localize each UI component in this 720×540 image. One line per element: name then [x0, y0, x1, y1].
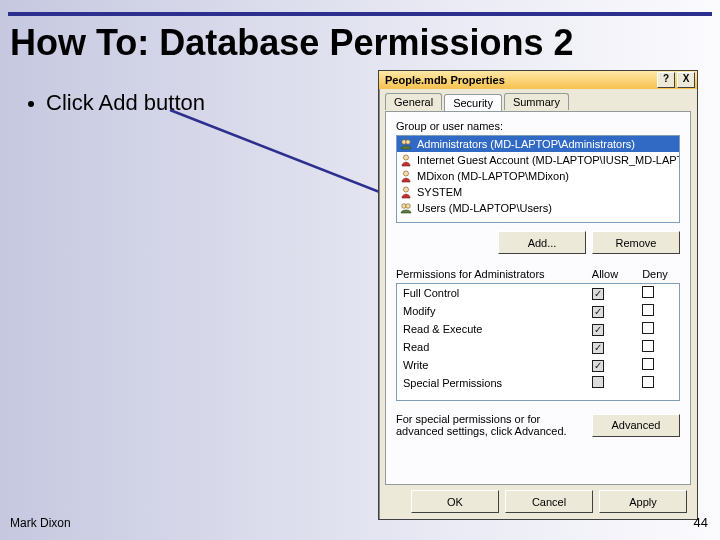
checkbox[interactable]: ✓ [592, 288, 604, 300]
deny-cell [623, 322, 673, 336]
allow-cell [573, 376, 623, 390]
help-button[interactable]: ? [657, 72, 675, 88]
footer-author: Mark Dixon [10, 516, 71, 530]
permission-row: Full Control✓ [397, 284, 679, 302]
checkbox[interactable] [642, 304, 654, 316]
list-item[interactable]: Users (MD-LAPTOP\Users) [397, 200, 679, 216]
permissions-list: Full Control✓Modify✓Read & Execute✓Read✓… [396, 283, 680, 401]
checkbox[interactable]: ✓ [592, 306, 604, 318]
svg-point-4 [403, 171, 408, 176]
deny-column-header: Deny [630, 268, 680, 280]
checkbox[interactable] [642, 322, 654, 334]
checkbox[interactable] [642, 376, 654, 388]
permissions-header: Permissions for Administrators Allow Den… [396, 268, 680, 280]
tab-security[interactable]: Security [444, 94, 502, 111]
bullet-dot-icon [28, 101, 34, 107]
allow-cell: ✓ [573, 287, 623, 300]
tab-strip: General Security Summary [385, 93, 691, 110]
tab-summary[interactable]: Summary [504, 93, 569, 110]
permission-row: Special Permissions [397, 374, 679, 392]
allow-cell: ✓ [573, 305, 623, 318]
list-item-label: SYSTEM [417, 186, 462, 198]
list-item-label: Administrators (MD-LAPTOP\Administrators… [417, 138, 635, 150]
checkbox[interactable] [642, 358, 654, 370]
checkbox[interactable] [592, 376, 604, 388]
deny-cell [623, 340, 673, 354]
dialog-title: People.mdb Properties [381, 74, 655, 86]
page-title: How To: Database Permissions 2 [10, 22, 574, 64]
permission-row: Read✓ [397, 338, 679, 356]
deny-cell [623, 358, 673, 372]
list-item[interactable]: MDixon (MD-LAPTOP\MDixon) [397, 168, 679, 184]
bullet-text: Click Add button [46, 90, 205, 115]
footer-page-number: 44 [694, 515, 708, 530]
advanced-text: For special permissions or for advanced … [396, 413, 584, 437]
list-item-label: Users (MD-LAPTOP\Users) [417, 202, 552, 214]
apply-button[interactable]: Apply [599, 490, 687, 513]
deny-cell [623, 286, 673, 300]
svg-point-5 [403, 187, 408, 192]
cancel-button[interactable]: Cancel [505, 490, 593, 513]
bullet-item: Click Add button [28, 90, 205, 116]
deny-cell [623, 376, 673, 390]
user-icon [399, 185, 413, 199]
checkbox[interactable]: ✓ [592, 342, 604, 354]
user-icon [399, 153, 413, 167]
checkbox[interactable] [642, 286, 654, 298]
checkbox[interactable]: ✓ [592, 360, 604, 372]
dialog-titlebar[interactable]: People.mdb Properties ? X [379, 71, 697, 89]
group-user-label: Group or user names: [396, 120, 680, 132]
svg-point-3 [403, 155, 408, 160]
permission-name: Special Permissions [403, 377, 573, 389]
checkbox[interactable]: ✓ [592, 324, 604, 336]
allow-column-header: Allow [580, 268, 630, 280]
permission-name: Write [403, 359, 573, 371]
tab-general[interactable]: General [385, 93, 442, 110]
checkbox[interactable] [642, 340, 654, 352]
advanced-button[interactable]: Advanced [592, 414, 680, 437]
list-item-label: MDixon (MD-LAPTOP\MDixon) [417, 170, 569, 182]
ok-button[interactable]: OK [411, 490, 499, 513]
permission-row: Read & Execute✓ [397, 320, 679, 338]
group-icon [399, 201, 413, 215]
allow-cell: ✓ [573, 323, 623, 336]
deny-cell [623, 304, 673, 318]
permission-name: Full Control [403, 287, 573, 299]
svg-point-2 [406, 140, 411, 145]
permission-name: Modify [403, 305, 573, 317]
close-button[interactable]: X [677, 72, 695, 88]
list-item[interactable]: SYSTEM [397, 184, 679, 200]
remove-button[interactable]: Remove [592, 231, 680, 254]
add-button[interactable]: Add... [498, 231, 586, 254]
permission-name: Read [403, 341, 573, 353]
title-rule [8, 12, 712, 16]
permission-row: Write✓ [397, 356, 679, 374]
svg-point-7 [406, 204, 411, 209]
allow-cell: ✓ [573, 341, 623, 354]
user-icon [399, 169, 413, 183]
group-icon [399, 137, 413, 151]
permission-row: Modify✓ [397, 302, 679, 320]
tab-panel-security: Group or user names: Administrators (MD-… [385, 111, 691, 485]
properties-dialog: People.mdb Properties ? X General Securi… [378, 70, 698, 520]
permission-name: Read & Execute [403, 323, 573, 335]
group-user-list[interactable]: Administrators (MD-LAPTOP\Administrators… [396, 135, 680, 223]
list-item[interactable]: Internet Guest Account (MD-LAPTOP\IUSR_M… [397, 152, 679, 168]
permissions-label: Permissions for Administrators [396, 268, 580, 280]
list-item-label: Internet Guest Account (MD-LAPTOP\IUSR_M… [417, 154, 680, 166]
allow-cell: ✓ [573, 359, 623, 372]
list-item[interactable]: Administrators (MD-LAPTOP\Administrators… [397, 136, 679, 152]
